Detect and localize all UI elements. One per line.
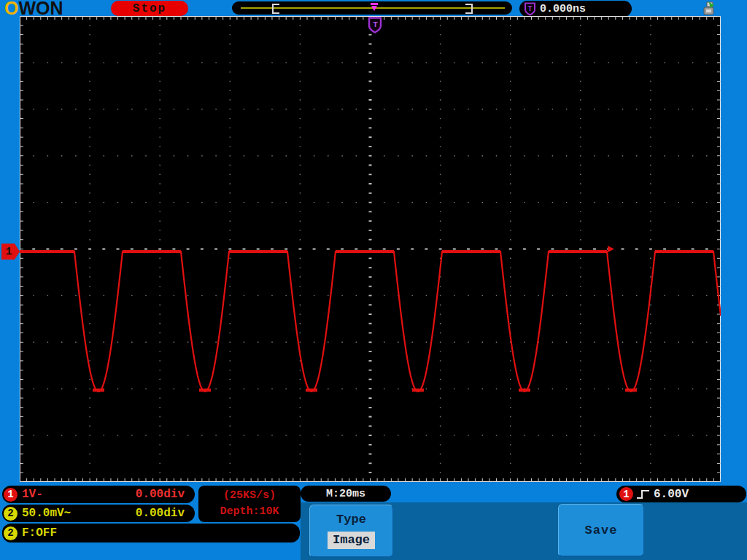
channel2-scale: 50.0mV~: [22, 507, 71, 520]
trigger-time-readout: T 0.000ns: [519, 1, 632, 17]
channel1-position: 0.00div: [47, 488, 185, 501]
trigger-level-value: 6.00V: [654, 488, 689, 501]
sample-rate: (25KS/s): [223, 488, 276, 504]
trigger-shield-icon: T: [524, 2, 536, 16]
trigger-horizontal-marker-icon[interactable]: T: [368, 17, 383, 34]
acquisition-readout: (25KS/s) Depth:10K: [198, 486, 301, 522]
run-state-badge[interactable]: Stop: [111, 1, 188, 16]
channel1-scale: 1V-: [22, 488, 43, 501]
channel1-badge: 1: [4, 488, 18, 502]
oscilloscope-screen: OWON Stop T 0.000ns T 1 1: [0, 0, 747, 560]
channel2-position: 0.00div: [75, 507, 185, 520]
logo-o: O: [4, 0, 18, 18]
graticule-area: [20, 16, 721, 482]
trigger-position-bar[interactable]: [232, 1, 512, 15]
trigger-readout: 1 6.00V: [616, 486, 746, 502]
save-button-label: Save: [585, 524, 618, 537]
channel1-position-marker[interactable]: 1: [1, 244, 20, 260]
fft-channel-badge: 2: [4, 526, 18, 540]
trigger-time-value: 0.000ns: [540, 3, 586, 15]
channel1-readout: 1 1V- 0.00div: [2, 486, 195, 503]
usb-storage-icon: [697, 1, 719, 17]
type-label: Type: [336, 513, 366, 526]
memory-depth: Depth:10K: [220, 504, 279, 520]
trigger-t-arrow-icon: [369, 2, 379, 12]
svg-text:T: T: [527, 5, 532, 13]
fft-readout: 2 F:OFF: [2, 524, 300, 542]
window-right-bracket-icon: [465, 4, 473, 14]
channel1-marker-label: 1: [5, 246, 12, 258]
rising-edge-icon: [636, 488, 651, 501]
run-state-label: Stop: [133, 2, 166, 15]
fft-status: F:OFF: [22, 526, 57, 540]
svg-text:T: T: [373, 20, 378, 29]
channel2-badge: 2: [4, 507, 18, 521]
type-value-selected[interactable]: Image: [328, 532, 375, 549]
save-button[interactable]: Save: [558, 504, 644, 557]
menu-item-type[interactable]: Type Image: [309, 505, 393, 558]
channel2-readout: 2 50.0mV~ 0.00div: [2, 505, 195, 522]
waveform-canvas: [20, 16, 721, 482]
trigger-source-badge: 1: [619, 487, 633, 501]
timebase-value: M:20ms: [326, 488, 365, 500]
timebase-readout: M:20ms: [301, 486, 391, 502]
window-left-bracket-icon: [272, 4, 279, 14]
